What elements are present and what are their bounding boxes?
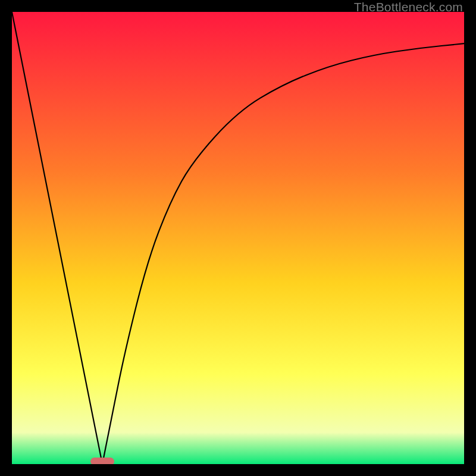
- chart-frame: [12, 12, 464, 464]
- gradient-background: [12, 12, 464, 464]
- minimum-marker: [90, 458, 114, 464]
- watermark-text: TheBottleneck.com: [354, 0, 463, 14]
- bottleneck-chart: [12, 12, 464, 464]
